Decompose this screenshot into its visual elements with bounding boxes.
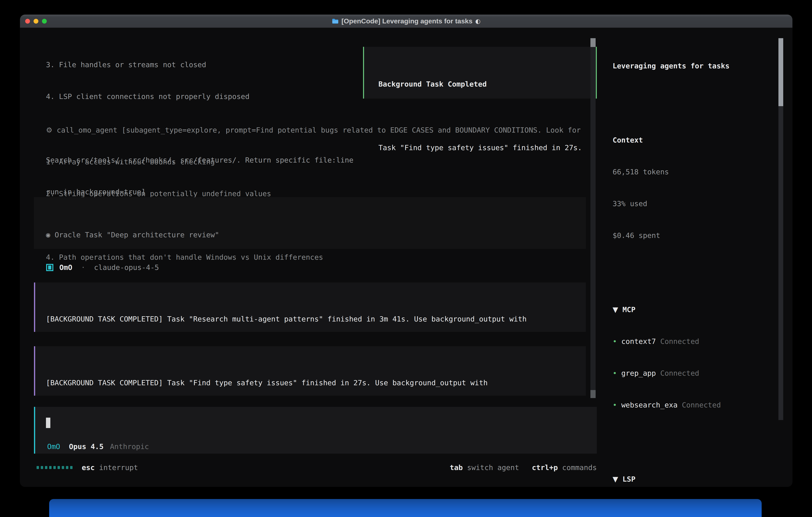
- status-dot-icon: •: [613, 401, 617, 409]
- bg-task-line: [BACKGROUND TASK COMPLETED] Task "Resear…: [46, 314, 586, 324]
- titlebar[interactable]: [OpenCode] Leveraging agents for tasks ◐: [20, 15, 792, 28]
- status-bar: esc interrupt tab switch agent ctrl+p co…: [34, 462, 597, 473]
- status-dot-icon: •: [613, 337, 617, 346]
- window-title: [OpenCode] Leveraging agents for tasks: [342, 17, 472, 25]
- folder-icon: [332, 19, 339, 24]
- oracle-title: Oracle Task "Deep architecture review": [55, 231, 219, 239]
- gear-icon: ⚙: [46, 126, 52, 134]
- mcp-item: • websearch_exa Connected: [613, 400, 793, 410]
- main-scrollbar[interactable]: [590, 38, 596, 398]
- ctrlp-key-hint: ctrl+p: [532, 462, 558, 473]
- tool-call-line: 1. Array access without bounds checking: [46, 157, 581, 167]
- mcp-heading: MCP: [622, 305, 635, 314]
- input-provider-name: Anthropic: [110, 441, 149, 452]
- mcp-item-status: Connected: [682, 401, 721, 409]
- moon-icon: ◐: [475, 18, 481, 25]
- mcp-item-name: grep_app: [621, 369, 656, 377]
- close-button[interactable]: [25, 19, 30, 24]
- collapse-triangle-icon[interactable]: ▼: [613, 305, 618, 314]
- session-title: Leveraging agents for tasks: [613, 61, 793, 71]
- context-tokens: 66,518 tokens: [613, 166, 793, 177]
- background-task-toast: Background Task Completed Task "Find typ…: [363, 47, 597, 99]
- mcp-item: • grep_app Connected: [613, 368, 793, 378]
- background-window-strip: [49, 499, 762, 517]
- prompt-input[interactable]: OmO Opus 4.5 Anthropic: [34, 407, 597, 454]
- agent-model: claude-opus-4-5: [94, 262, 159, 273]
- context-spent: $0.46 spent: [613, 230, 793, 241]
- context-used: 33% used: [613, 198, 793, 209]
- input-model-name: Opus 4.5: [69, 441, 104, 452]
- zoom-button[interactable]: [42, 19, 47, 24]
- sidebar: Leveraging agents for tasks Context 66,5…: [613, 39, 793, 487]
- minimize-button[interactable]: [34, 19, 38, 24]
- oracle-task-box: ◉ Oracle Task "Deep architecture review"…: [34, 197, 586, 249]
- esc-key-hint: esc: [82, 462, 95, 473]
- working-dots: [36, 466, 72, 469]
- main-scrollbar-cap: [590, 390, 596, 398]
- main-scrollbar-thumb[interactable]: [590, 38, 596, 47]
- lsp-heading: LSP: [622, 475, 635, 483]
- mcp-item-name: websearch_exa: [621, 401, 677, 409]
- mcp-item-status: Connected: [660, 369, 699, 377]
- agent-name: OmO: [59, 262, 72, 273]
- status-dot-icon: •: [613, 369, 617, 377]
- collapse-triangle-icon[interactable]: ▼: [613, 475, 618, 483]
- esc-key-label: interrupt: [99, 462, 138, 473]
- oracle-icon: ◉: [46, 231, 50, 239]
- window-title-group: [OpenCode] Leveraging agents for tasks ◐: [20, 17, 792, 25]
- background-task-message: [BACKGROUND TASK COMPLETED] Task "Resear…: [34, 282, 586, 332]
- mcp-item-status: Connected: [660, 337, 699, 346]
- terminal-window: [OpenCode] Leveraging agents for tasks ◐…: [20, 15, 793, 487]
- model-indicator: OmO Opus 4.5 Anthropic: [47, 441, 149, 452]
- toast-title: Background Task Completed: [378, 79, 596, 89]
- agent-icon: [46, 264, 53, 271]
- separator-dot: ·: [81, 263, 85, 272]
- scrollback-line: 3. File handles or streams not closed: [46, 59, 353, 70]
- text-cursor: [46, 418, 50, 428]
- input-agent-name: OmO: [47, 441, 60, 452]
- traffic-lights: [20, 19, 47, 24]
- agent-header: OmO · claude-opus-4-5: [46, 262, 159, 273]
- scrollback-line: 4. LSP client connections not properly d…: [46, 91, 353, 102]
- bg-task-line: [BACKGROUND TASK COMPLETED] Task "Find t…: [46, 377, 586, 388]
- context-heading: Context: [613, 135, 793, 145]
- background-task-message: [BACKGROUND TASK COMPLETED] Task "Find t…: [34, 346, 586, 396]
- tool-call-line: call_omo_agent [subagent_type=explore, p…: [57, 126, 581, 134]
- ctrlp-key-label: commands: [562, 462, 597, 473]
- mcp-item: • context7 Connected: [613, 336, 793, 347]
- tab-key-label: switch agent: [467, 462, 519, 473]
- mcp-item-name: context7: [621, 337, 656, 346]
- tab-key-hint: tab: [450, 462, 463, 473]
